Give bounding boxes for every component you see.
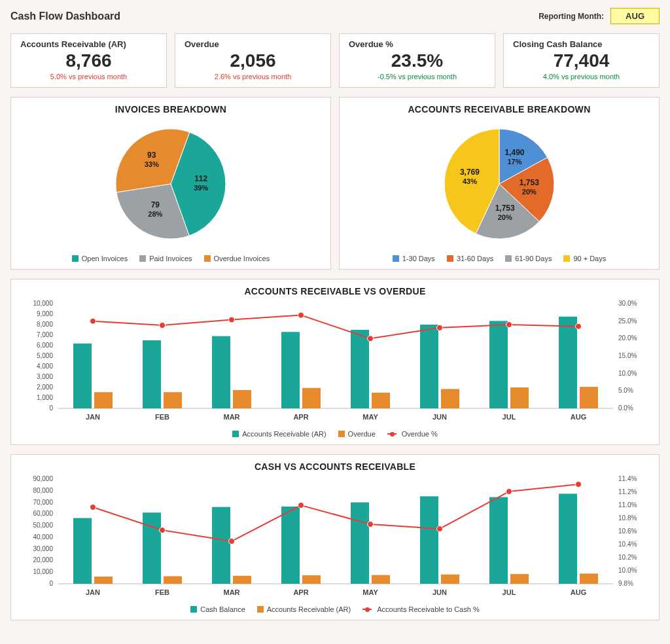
svg-text:1,753: 1,753 <box>520 178 539 187</box>
svg-rect-104 <box>510 574 529 584</box>
invoices-pie-title: INVOICES BREAKDOWN <box>18 104 324 115</box>
svg-text:43%: 43% <box>463 177 477 185</box>
svg-text:10.0%: 10.0% <box>618 370 637 377</box>
svg-text:6,000: 6,000 <box>37 342 53 349</box>
svg-rect-103 <box>489 497 508 584</box>
svg-rect-36 <box>143 340 161 408</box>
dashboard-header: Cash Flow Dashboard Reporting Month: AUG <box>10 8 660 24</box>
ar-vs-overdue-chart: 01,0002,0003,0004,0005,0006,0007,0008,00… <box>19 300 652 425</box>
svg-text:APR: APR <box>293 413 308 421</box>
legend-item: Accounts Receivable (AR) <box>257 605 351 613</box>
svg-text:10.8%: 10.8% <box>618 514 637 522</box>
kpi-label: Accounts Receivable (AR) <box>20 39 157 49</box>
svg-rect-42 <box>281 332 300 408</box>
svg-point-110 <box>160 528 166 533</box>
reporting-month-label: Reporting Month: <box>538 12 604 21</box>
svg-point-64 <box>576 323 582 329</box>
svg-text:7,000: 7,000 <box>37 331 53 338</box>
kpi-value: 23.5% <box>349 50 485 71</box>
svg-point-116 <box>576 482 582 488</box>
svg-text:10.4%: 10.4% <box>618 541 637 548</box>
svg-rect-48 <box>420 325 438 408</box>
svg-text:10,000: 10,000 <box>33 300 53 307</box>
svg-text:0: 0 <box>49 404 53 412</box>
svg-text:JUN: JUN <box>432 588 447 596</box>
svg-rect-54 <box>559 317 577 408</box>
ar-pie-chart: 1,49017%1,75320%1,75320%3,76943% <box>375 118 624 249</box>
kpi-change: 2.6% vs previous month <box>185 73 321 80</box>
kpi-change: -0.5% vs previous month <box>349 73 485 80</box>
svg-text:1,490: 1,490 <box>505 148 525 157</box>
svg-rect-91 <box>212 507 230 584</box>
invoices-breakdown-panel: INVOICES BREAKDOWN 11239%7928%9333% Open… <box>10 97 331 270</box>
svg-point-111 <box>229 539 235 545</box>
svg-rect-51 <box>489 321 508 408</box>
svg-text:AUG: AUG <box>571 588 586 596</box>
svg-text:JAN: JAN <box>86 413 100 421</box>
svg-rect-55 <box>580 387 598 408</box>
svg-text:50,000: 50,000 <box>33 522 53 529</box>
kpi-change: 4.0% vs previous month <box>513 73 650 80</box>
cash-vs-ar-panel: CASH VS ACCOUNTS RECEIVABLE 010,00020,00… <box>10 454 660 620</box>
legend-item: Overdue Invoices <box>204 255 270 262</box>
svg-text:0.0%: 0.0% <box>618 404 633 412</box>
svg-rect-106 <box>559 493 577 584</box>
svg-rect-100 <box>420 496 438 584</box>
svg-text:11.0%: 11.0% <box>618 501 637 509</box>
combo2-title: CASH VS ACCOUNTS RECEIVABLE <box>19 461 651 472</box>
svg-text:79: 79 <box>151 200 160 209</box>
reporting-month-value[interactable]: AUG <box>610 8 660 24</box>
svg-text:80,000: 80,000 <box>33 487 53 494</box>
legend-item: Accounts Receivable (AR) <box>232 430 326 438</box>
svg-text:MAY: MAY <box>362 413 378 421</box>
legend-item: 1-30 Days <box>393 255 435 262</box>
svg-point-58 <box>160 323 166 329</box>
svg-rect-98 <box>372 575 390 584</box>
svg-text:3,000: 3,000 <box>37 373 53 380</box>
kpi-value: 8,766 <box>20 50 157 71</box>
svg-text:25.0%: 25.0% <box>618 317 637 325</box>
svg-text:JUN: JUN <box>432 413 447 421</box>
svg-rect-45 <box>351 330 369 408</box>
svg-rect-95 <box>302 575 321 584</box>
svg-rect-88 <box>143 512 161 584</box>
legend-item: 61-90 Days <box>505 255 552 262</box>
svg-text:30,000: 30,000 <box>33 545 53 552</box>
svg-text:JUL: JUL <box>502 588 516 596</box>
svg-point-63 <box>506 322 512 328</box>
ar-pie-legend: 1-30 Days31-60 Days61-90 Days90 + Days <box>346 255 652 262</box>
svg-rect-101 <box>441 575 459 584</box>
svg-text:17%: 17% <box>508 158 522 166</box>
svg-text:70,000: 70,000 <box>33 499 53 506</box>
svg-text:MAR: MAR <box>223 413 239 421</box>
svg-point-60 <box>298 312 304 318</box>
kpi-card: Overdue %23.5%-0.5% vs previous month <box>339 33 495 88</box>
legend-item: Open Invoices <box>72 255 128 262</box>
svg-rect-89 <box>164 576 182 584</box>
legend-item: Cash Balance <box>190 605 245 613</box>
svg-text:39%: 39% <box>194 184 208 192</box>
svg-text:5,000: 5,000 <box>37 352 53 359</box>
svg-text:JUL: JUL <box>502 413 516 421</box>
svg-point-109 <box>90 505 96 510</box>
svg-text:JAN: JAN <box>86 588 100 596</box>
svg-text:10,000: 10,000 <box>33 568 53 575</box>
svg-text:5.0%: 5.0% <box>618 387 633 394</box>
kpi-value: 2,056 <box>185 50 321 71</box>
svg-point-115 <box>506 489 512 495</box>
combo1-title: ACCOUNTS RECEIVABLE VS OVERDUE <box>19 286 651 296</box>
svg-rect-85 <box>73 518 92 584</box>
svg-text:FEB: FEB <box>155 588 169 596</box>
invoices-pie-legend: Open InvoicesPaid InvoicesOverdue Invoic… <box>18 255 324 262</box>
svg-rect-97 <box>351 503 369 584</box>
svg-text:33%: 33% <box>145 160 159 168</box>
svg-text:2,000: 2,000 <box>37 384 53 391</box>
svg-text:8,000: 8,000 <box>37 321 53 328</box>
kpi-card: Closing Cash Balance77,4044.0% vs previo… <box>503 33 660 88</box>
svg-point-57 <box>90 318 96 324</box>
svg-text:93: 93 <box>147 151 156 160</box>
svg-text:20%: 20% <box>522 188 537 196</box>
svg-text:10.0%: 10.0% <box>618 567 637 574</box>
svg-rect-94 <box>281 507 300 584</box>
svg-rect-37 <box>164 392 182 408</box>
